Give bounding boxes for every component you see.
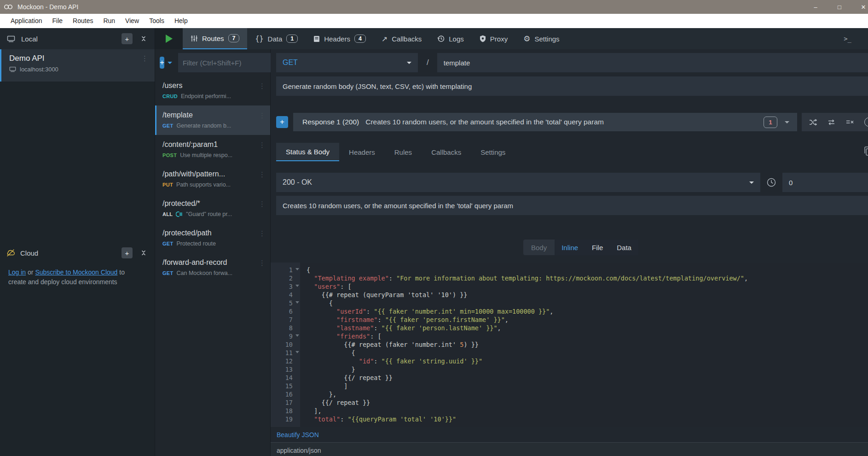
add-response-button[interactable]: + [276,116,288,128]
route-item--forward-and-record[interactable]: /forward-and-recordGETCan Mockoon forwa.… [155,253,270,282]
fold-caret-icon[interactable] [295,334,299,337]
line-number[interactable]: 5 [271,299,300,307]
tab-proxy[interactable]: Proxy [472,28,515,49]
account-icon[interactable] [862,34,868,44]
tab-data[interactable]: {}Data1 [247,28,306,49]
code-token: ], [307,407,322,415]
routes-filter-input[interactable] [178,53,279,72]
fold-caret-icon[interactable] [295,268,299,270]
subscribe-link[interactable]: Subscribe to Mockoon Cloud [35,269,117,276]
beautify-json-link[interactable]: Beautify JSON [277,431,319,438]
tab-logs[interactable]: Logs [429,28,472,49]
line-number[interactable]: 14 [271,374,300,382]
tab-headers[interactable]: Headers4 [306,28,374,49]
tab-settings[interactable]: ⚙Settings [515,28,567,49]
route-menu-icon[interactable]: ⋮ [259,171,266,178]
line-number[interactable]: 19 [271,415,300,423]
line-number[interactable]: 6 [271,307,300,316]
environment-menu-icon[interactable]: ⋮ [141,55,148,62]
route-menu-icon[interactable]: ⋮ [259,259,266,266]
route-menu-icon[interactable]: ⋮ [259,230,266,237]
menu-item-file[interactable]: File [47,14,68,28]
add-cloud-environment-button[interactable]: + [122,247,133,258]
close-button[interactable]: ✕ [851,0,868,14]
menu-item-routes[interactable]: Routes [68,14,98,28]
body-editor[interactable]: 12345678910111213141516171819 { "Templat… [271,263,868,427]
status-code-select[interactable]: 200 - OK [276,173,760,192]
environments-sidebar: Demo API localhost:3000 ⋮ Cloud + [0,49,155,456]
tab-callbacks[interactable]: ↗Callbacks [374,28,429,49]
route-item--users[interactable]: /usersCRUDEndpoint performi...⋮ [155,76,270,105]
line-number[interactable]: 3 [271,282,300,291]
body-type-file[interactable]: File [585,240,610,255]
response-tab-callbacks[interactable]: Callbacks [422,143,471,161]
line-number[interactable]: 4 [271,291,300,299]
route-menu-icon[interactable]: ⋮ [259,82,266,89]
route-item--content-param1[interactable]: /content/:param1POSTUse multiple respo..… [155,135,270,164]
collapse-environments-icon[interactable] [138,33,149,44]
route-description-input[interactable] [276,76,868,96]
play-icon[interactable] [166,35,173,43]
collapse-cloud-icon[interactable] [138,247,149,258]
route-path-input[interactable] [437,53,868,72]
menu-item-application[interactable]: Application [6,14,47,28]
add-route-button[interactable]: + [160,57,164,69]
line-number[interactable]: 15 [271,382,300,390]
response-tab-rules[interactable]: Rules [385,143,422,161]
terminal-icon[interactable]: >_ [844,35,851,42]
disable-rules-icon[interactable] [846,119,854,125]
line-number[interactable]: 17 [271,398,300,407]
login-link[interactable]: Log in [8,269,26,276]
line-number[interactable]: 13 [271,365,300,374]
tab-label: Data [268,35,283,43]
add-environment-button[interactable]: + [122,33,133,44]
body-type-data[interactable]: Data [610,240,638,255]
route-item--template[interactable]: /templateGETGenerate random b...⋮ [155,105,270,135]
content-type-label: application/json [277,447,321,454]
route-menu-icon[interactable]: ⋮ [259,112,266,119]
latency-input[interactable] [782,173,868,192]
line-number[interactable]: 7 [271,316,300,324]
line-number[interactable]: 18 [271,407,300,415]
editor-code[interactable]: { "Templating example": "For more inform… [300,263,868,427]
fold-caret-icon[interactable] [295,351,299,353]
menu-item-view[interactable]: View [120,14,144,28]
response-tab-headers[interactable]: Headers [339,143,385,161]
line-number[interactable]: 2 [271,274,300,282]
response-tab-status-body[interactable]: Status & Body [276,143,339,161]
route-menu-icon[interactable]: ⋮ [259,200,266,207]
maximize-button[interactable]: □ [827,0,851,14]
line-number[interactable]: 11 [271,349,300,357]
response-selector[interactable]: Response 1 (200) Creates 10 random users… [293,113,797,131]
view-tabs: Routes7{}Data1Headers4↗CallbacksLogsProx… [183,28,868,49]
route-menu-icon[interactable]: ⋮ [259,141,266,148]
chevron-down-icon[interactable] [785,121,789,123]
menu-item-tools[interactable]: Tools [144,14,169,28]
tab-routes[interactable]: Routes7 [183,28,247,49]
route-item--protected-path[interactable]: /protected/pathGETProtected route⋮ [155,223,270,253]
minimize-button[interactable]: – [804,0,827,14]
method-select[interactable]: GET [276,53,418,72]
body-type-inline[interactable]: Inline [555,240,585,255]
line-number[interactable]: 8 [271,324,300,332]
route-item--protected-[interactable]: /protected/*ALL"Guard" route pr...⋮ [155,194,270,223]
sequential-response-icon[interactable] [827,119,835,126]
menu-item-run[interactable]: Run [98,14,120,28]
response-description-input[interactable] [276,196,868,215]
fallback-mode-icon[interactable] [864,117,868,127]
line-number[interactable]: 1 [271,266,300,274]
add-route-dropdown-icon[interactable] [168,62,172,64]
line-number[interactable]: 16 [271,390,300,398]
menu-item-help[interactable]: Help [169,14,193,28]
random-response-icon[interactable] [809,119,817,126]
fold-caret-icon[interactable] [295,285,299,287]
route-item--path-with-pattern-[interactable]: /path/with/pattern...PUTPath supports va… [155,164,270,194]
line-number[interactable]: 12 [271,357,300,365]
line-number[interactable]: 9 [271,332,300,340]
fold-caret-icon[interactable] [295,301,299,304]
copy-icon[interactable] [863,146,868,157]
line-number[interactable]: 10 [271,340,300,349]
code-line: { [307,299,868,307]
environment-item-demo-api[interactable]: Demo API localhost:3000 ⋮ [0,49,155,82]
response-tab-settings[interactable]: Settings [471,143,515,161]
